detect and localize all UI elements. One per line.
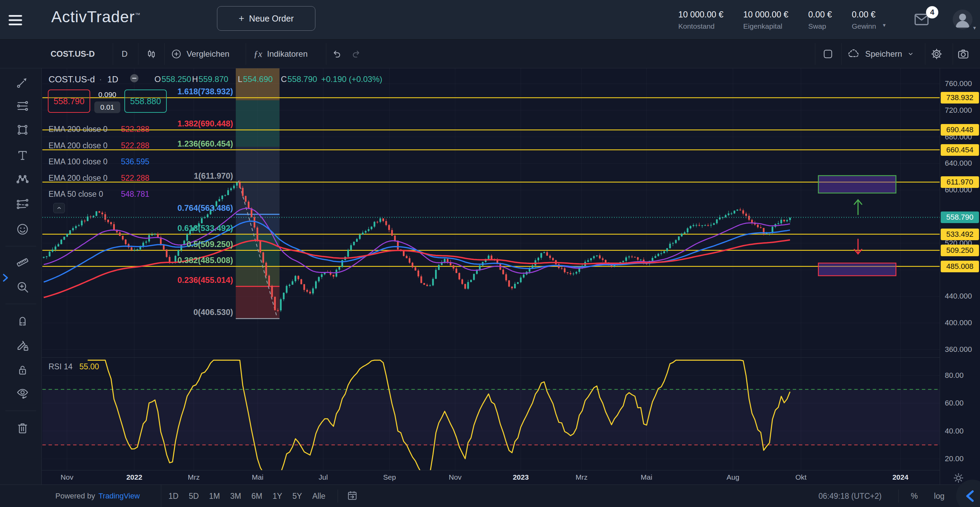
ruler-tool[interactable] [14,253,32,271]
rsi-label: RSI 14 [49,362,72,371]
stat-kontostand: 10 000.00 €Kontostand [678,10,723,30]
plus-icon: + [239,13,244,24]
symbol-button[interactable]: COST.US-D [51,40,95,68]
clock[interactable]: 06:49:18 (UTC+2) [818,485,881,507]
buy-price-button[interactable]: 558.880 [124,89,167,113]
zoom-in-tool[interactable] [14,278,32,296]
level-price-badge: 690.448 [941,124,979,136]
range-1y[interactable]: 1Y [267,492,287,501]
avatar[interactable] [953,10,972,29]
compare-button[interactable]: Vergleichen [171,40,229,68]
ema-legend-row[interactable]: EMA 100 close 0536.595 [49,154,150,170]
layout-button[interactable] [822,40,834,68]
camera-icon [957,48,970,60]
caret-down-icon[interactable]: ▾ [883,22,886,29]
ema-legend-row[interactable]: EMA 200 close 0522.288 [49,121,150,138]
time-axis-label: Mrz [178,473,209,482]
current-price-badge: 558.790 [941,211,979,223]
time-axis-label: Okt [786,473,816,482]
fx-icon: ƒx [253,49,262,59]
range-alle[interactable]: Alle [307,492,331,501]
range-6m[interactable]: 6M [247,492,267,501]
chart-type-button[interactable] [146,40,157,68]
time-axis-label: 2023 [505,473,536,482]
time-axis[interactable]: Nov2022MrzMaiJulSepNov2023MrzMaiAugOkt20… [42,470,940,485]
ema-legend-row[interactable]: EMA 50 close 0548.781 [49,186,150,203]
prediction-lines-tool[interactable] [14,195,32,213]
legend-change: +0.190 (+0.03%) [321,73,382,86]
stat-swap: 0.00 €Swap [808,10,832,30]
ohlc-h: H559.870 [192,73,228,86]
chart-toolbar: COST.US-D D Vergleichen ƒx Indikatoren S… [0,40,980,68]
range-3m[interactable]: 3M [225,492,247,501]
shapes-tool[interactable] [14,121,32,139]
level-price-badge: 611.970 [941,176,979,188]
account-stats: 10 000.00 €Kontostand10 000.00 €Eigenkap… [678,0,876,40]
tradingview-link[interactable]: TradingView [99,492,140,501]
indicators-button[interactable]: ƒx Indikatoren [253,40,307,68]
magnet-tool[interactable] [14,312,32,329]
ohlc-o: O558.250 [154,73,191,86]
time-axis-label: 2022 [119,473,150,482]
panel-expander-icon[interactable] [0,273,10,288]
collapse-legend-button[interactable] [53,203,65,213]
avatar-caret-icon[interactable]: ▾ [973,25,976,31]
legend-symbol[interactable]: COST.US-d [49,73,95,86]
ema-legend-row[interactable]: EMA 200 close 0522.288 [49,138,150,154]
chevron-down-icon [907,50,915,58]
log-scale-toggle[interactable]: log [934,485,945,507]
emoji-tool[interactable] [14,220,32,238]
trend-line-tool[interactable] [14,73,32,91]
level-price-badge: 738.932 [941,92,979,103]
candles-icon [146,48,157,60]
time-axis-label: Nov [52,473,82,482]
time-axis-label: Mrz [566,473,597,482]
new-order-button[interactable]: + Neue Order [217,6,315,31]
range-1m[interactable]: 1M [204,492,225,501]
settings-button[interactable] [930,40,943,68]
chart-canvas[interactable] [0,0,980,507]
trash-tool[interactable] [14,419,32,437]
save-button[interactable]: Speichern [847,40,915,68]
sell-price-button[interactable]: 558.790 [48,89,90,113]
menu-icon[interactable] [8,12,23,27]
range-5d[interactable]: 5D [183,492,204,501]
redo-icon [351,48,362,60]
percent-scale-toggle[interactable]: % [911,485,918,507]
screenshot-button[interactable] [957,40,970,68]
stat-value: 10 000.00 € [678,10,723,19]
activtrader-app: ActivTrader™ + Neue Order 10 000.00 €Kon… [0,0,980,507]
price-axis-label: 720.000 [945,106,972,115]
mail-icon[interactable]: 4 [913,11,937,32]
stat-gewinn[interactable]: 0.00 €Gewinn▾ [852,10,876,30]
ema-legend-row[interactable]: EMA 200 close 0522.288 [49,170,150,186]
fib-retracement-tool[interactable] [14,97,32,115]
range-5y[interactable]: 5Y [287,492,307,501]
rsi-axis-label: 40.00 [945,427,964,435]
level-price-badge: 485.008 [941,261,979,272]
interval-button[interactable]: D [122,40,127,68]
draw-lock-tool[interactable] [14,336,32,354]
redo-button[interactable] [351,40,362,68]
lock-tool[interactable] [14,361,32,379]
hide-series-button[interactable] [129,73,139,86]
layout-square-icon [822,48,834,60]
legend-dot: · [99,73,102,86]
undo-button[interactable] [331,40,342,68]
price-axis-label: 440.000 [945,292,972,300]
price-axis[interactable]: 760.000720.000680.000640.000600.000520.0… [940,68,980,485]
rsi-axis-label: 60.00 [945,399,964,408]
time-axis-label: 2024 [885,473,916,482]
price-axis-label: 760.000 [945,79,972,88]
text-tool[interactable] [14,146,32,164]
goto-date-icon[interactable] [347,490,359,502]
spread-pill: 0.01 [94,102,120,113]
level-price-badge: 660.454 [941,144,979,156]
xabcd-pattern-tool[interactable] [14,170,32,188]
stat-label: Kontostand [678,22,723,30]
range-1d[interactable]: 1D [163,492,183,501]
rsi-axis-label: 80.00 [945,371,964,380]
stat-value: 10 000.00 € [743,10,788,19]
level-price-badge: 533.492 [941,229,979,240]
hide-drawings-tool[interactable] [14,385,32,402]
